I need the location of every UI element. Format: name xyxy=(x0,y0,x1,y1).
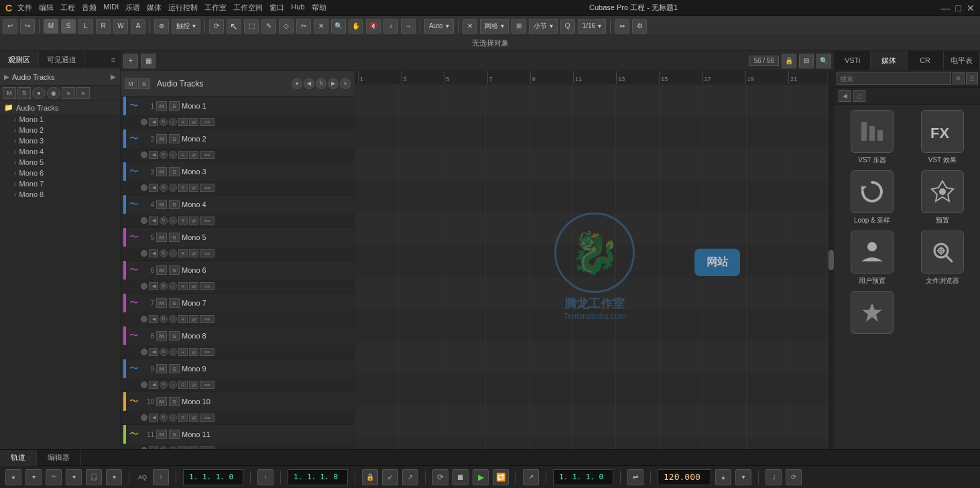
tab-tracks[interactable]: 轨道 xyxy=(0,450,37,466)
track-header-expand[interactable]: ▶ xyxy=(111,73,116,80)
media-item-preset[interactable]: 预置 xyxy=(910,170,975,225)
track-rec-2[interactable] xyxy=(141,151,147,158)
track-w-btn-6[interactable]: W xyxy=(189,282,198,290)
track-rec-1[interactable] xyxy=(141,119,147,125)
track-w-btn-10[interactable]: W xyxy=(189,414,198,422)
lock-btn[interactable]: 🔒 xyxy=(782,54,796,68)
headphone-btn[interactable]: 🎧 xyxy=(86,469,102,485)
track-w-btn-8[interactable]: W xyxy=(189,348,198,356)
bar-dropdown[interactable]: 小节▾ xyxy=(529,19,558,34)
tool-glue[interactable]: ✕ xyxy=(314,19,328,34)
right-nav-home-btn[interactable]: ⌂ xyxy=(853,90,865,102)
timeline-scroll-thumb[interactable] xyxy=(829,250,834,270)
monitor-down-btn[interactable]: ▾ xyxy=(25,469,42,485)
add-track-btn[interactable]: + xyxy=(123,54,138,68)
track-r-btn-6[interactable]: R xyxy=(178,282,188,290)
crosshair-btn[interactable]: ✕ xyxy=(463,19,477,34)
l-btn[interactable]: L xyxy=(78,19,93,34)
menu-hub[interactable]: Hub xyxy=(291,3,304,13)
tab-editor[interactable]: 编辑器 xyxy=(37,450,81,466)
track-o-btn-7[interactable]: ○ xyxy=(169,315,177,323)
transport-punch-out-btn[interactable]: ↗ xyxy=(402,469,418,485)
track-w-btn-9[interactable]: W xyxy=(189,381,198,389)
tool-audio[interactable]: ♪ xyxy=(383,19,398,34)
track-w-btn-5[interactable]: W xyxy=(189,249,198,257)
track-s-btn-8[interactable]: S xyxy=(169,331,180,341)
menu-bar[interactable]: 文件 编辑 工程 音频 MIDI 乐谱 媒体 运行控制 工作室 工作空间 窗口 … xyxy=(17,3,326,13)
track-rec-8[interactable] xyxy=(141,349,147,355)
insp-mon-btn[interactable]: ◉ xyxy=(47,87,60,99)
tool-extra[interactable]: → xyxy=(401,19,416,34)
track-eq-btn-9[interactable]: ≡≡ xyxy=(200,381,215,389)
sync-btn[interactable]: ⇄ xyxy=(627,469,644,485)
media-item-user-preset[interactable]: 用户预置 xyxy=(840,231,905,286)
track-rec-6[interactable] xyxy=(141,283,147,290)
track-r-btn-4[interactable]: R xyxy=(178,217,188,225)
track-loop-btn-4[interactable]: ↻ xyxy=(160,217,168,225)
tool-hand[interactable]: ✋ xyxy=(349,19,363,34)
track-eq-btn-8[interactable]: ≡≡ xyxy=(200,348,215,356)
track-s-btn-7[interactable]: S xyxy=(169,298,180,308)
tool-select[interactable]: ⬚ xyxy=(244,19,259,34)
track-eq-btn-11[interactable]: ≡≡ xyxy=(200,446,215,449)
track-s-btn-3[interactable]: S xyxy=(169,167,180,176)
track-rec-3[interactable] xyxy=(141,184,147,191)
track-r-btn-11[interactable]: R xyxy=(178,446,188,449)
track-s-btn-9[interactable]: S xyxy=(169,364,180,373)
tool-arrow[interactable]: ↖ xyxy=(227,19,241,34)
folder-view-btn[interactable]: ▦ xyxy=(141,54,156,68)
track-m-btn-8[interactable]: M xyxy=(156,331,167,341)
tab-visible-channel[interactable]: 可见通道 xyxy=(39,51,85,68)
menu-workspace[interactable]: 工作空间 xyxy=(233,3,263,13)
track-o-btn-1[interactable]: ○ xyxy=(169,118,177,126)
track-s-btn-10[interactable]: S xyxy=(169,397,180,406)
track-m-btn-3[interactable]: M xyxy=(156,167,167,176)
waveform-btn[interactable]: 〜 xyxy=(46,469,62,485)
touch-mode-icon[interactable]: ⊕ xyxy=(154,19,169,34)
track-o-btn-3[interactable]: ○ xyxy=(169,184,177,192)
media-item-vst[interactable]: VST 乐器 xyxy=(840,110,905,165)
fraction-dropdown[interactable]: 1/16▾ xyxy=(578,19,606,34)
rpanel-tab-meter[interactable]: 电平表 xyxy=(944,51,980,70)
track-o-btn-8[interactable]: ○ xyxy=(169,348,177,356)
tab-observer[interactable]: 观测区 xyxy=(0,51,39,68)
split-btn[interactable]: ⊟ xyxy=(799,54,814,68)
track-r-btn-1[interactable]: R xyxy=(178,118,188,126)
track-m-btn-5[interactable]: M xyxy=(156,233,167,242)
menu-project[interactable]: 工程 xyxy=(60,3,75,13)
insp-ch-btn[interactable]: ≡ xyxy=(76,87,90,99)
tool-split[interactable]: ✂ xyxy=(296,19,311,34)
track-eq-btn-10[interactable]: ≡≡ xyxy=(200,414,215,422)
track-r-btn-2[interactable]: R xyxy=(178,151,188,159)
track-left-btn-8[interactable]: ◀ xyxy=(149,348,158,356)
track-eq-btn-6[interactable]: ≡≡ xyxy=(200,282,215,290)
rpanel-tab-vsti[interactable]: VSTi xyxy=(835,51,871,70)
headphone-dropdown-btn[interactable]: ▾ xyxy=(106,469,122,485)
track-s-btn-1[interactable]: S xyxy=(169,101,180,111)
play-btn[interactable]: ▶ xyxy=(473,469,489,485)
track-o-btn-4[interactable]: ○ xyxy=(169,217,177,225)
track-loop-btn-7[interactable]: ↻ xyxy=(160,315,168,323)
cycle-transport-btn[interactable]: 🔁 xyxy=(493,469,509,485)
insp-eq-btn[interactable]: ≡ xyxy=(62,87,75,99)
tool-mute[interactable]: 🔇 xyxy=(366,19,381,34)
group-rec-btn[interactable]: ● xyxy=(292,78,302,89)
menu-score[interactable]: 乐谱 xyxy=(125,3,140,13)
track-o-btn-5[interactable]: ○ xyxy=(169,249,177,257)
tool-zoom[interactable]: 🔍 xyxy=(331,19,346,34)
tree-item-mono1[interactable]: ♪ Mono 1 xyxy=(0,114,120,125)
tree-item-mono4[interactable]: ♪ Mono 4 xyxy=(0,146,120,157)
track-left-btn-6[interactable]: ◀ xyxy=(149,282,158,290)
window-controls[interactable]: — □ ✕ xyxy=(941,3,975,13)
track-r-btn-10[interactable]: R xyxy=(178,414,188,422)
menu-transport[interactable]: 运行控制 xyxy=(168,3,198,13)
track-r-btn-8[interactable]: R xyxy=(178,348,188,356)
track-s-btn-2[interactable]: S xyxy=(169,134,180,143)
track-left-btn-2[interactable]: ◀ xyxy=(149,151,158,159)
track-loop-btn-6[interactable]: ↻ xyxy=(160,282,168,290)
menu-media[interactable]: 媒体 xyxy=(147,3,162,13)
bpm-up-btn[interactable]: ▲ xyxy=(715,469,731,485)
track-left-btn-3[interactable]: ◀ xyxy=(149,184,158,192)
track-loop-btn-2[interactable]: ↻ xyxy=(160,151,168,159)
media-item-favorites[interactable] xyxy=(840,291,905,337)
